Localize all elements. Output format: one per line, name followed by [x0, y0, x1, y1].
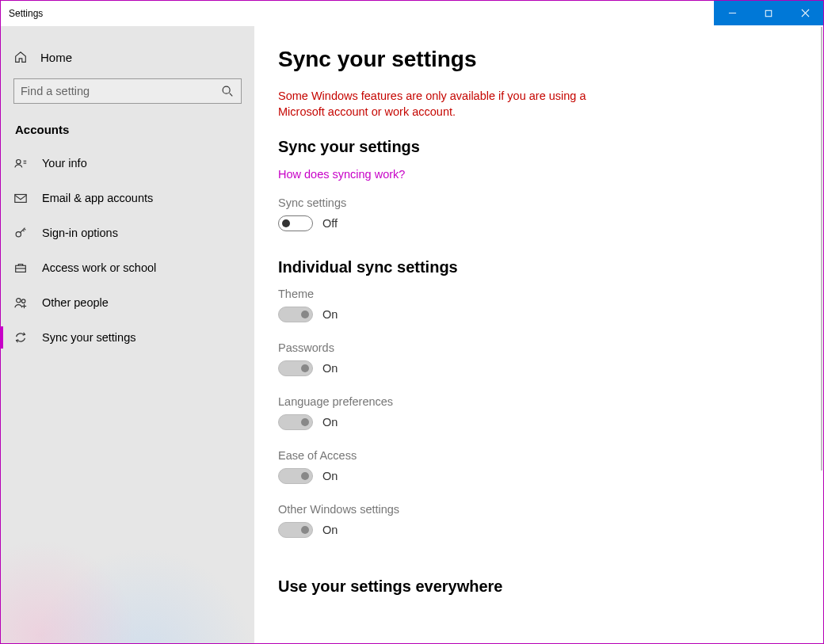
language-state: On — [322, 416, 338, 429]
sidebar-item-label: Your info — [42, 157, 87, 170]
person-card-icon — [13, 156, 28, 170]
search-icon — [220, 84, 235, 98]
sidebar-item-label: Sign-in options — [42, 227, 118, 239]
sync-icon — [13, 330, 28, 345]
sidebar-item-label: Other people — [42, 296, 109, 309]
language-toggle-row: On — [278, 414, 799, 430]
passwords-toggle[interactable] — [278, 360, 313, 376]
svg-point-10 — [16, 232, 21, 237]
home-icon — [13, 50, 28, 64]
other-windows-toggle[interactable] — [278, 522, 313, 538]
settings-window: Settings Home — [0, 0, 824, 644]
sidebar-item-signin[interactable]: Sign-in options — [1, 215, 254, 250]
language-label: Language preferences — [278, 395, 799, 408]
svg-rect-1 — [765, 10, 772, 17]
window-body: Home Accounts Your info Email & app — [1, 26, 823, 643]
theme-toggle[interactable] — [278, 307, 313, 322]
svg-point-14 — [21, 299, 25, 303]
page-title: Sync your settings — [278, 47, 799, 72]
maximize-button[interactable] — [750, 1, 787, 25]
briefcase-icon — [13, 261, 28, 275]
theme-label: Theme — [278, 288, 799, 300]
sidebar-item-email[interactable]: Email & app accounts — [1, 181, 254, 215]
help-link-syncing[interactable]: How does syncing work? — [278, 168, 405, 181]
theme-toggle-row: On — [278, 307, 799, 322]
passwords-state: On — [322, 362, 338, 375]
window-title: Settings — [9, 8, 43, 19]
ease-label: Ease of Access — [278, 449, 799, 462]
other-label: Other Windows settings — [278, 503, 799, 516]
passwords-label: Passwords — [278, 341, 799, 354]
home-nav-item[interactable]: Home — [1, 42, 254, 72]
sidebar-item-access-work[interactable]: Access work or school — [1, 250, 254, 285]
sync-settings-label: Sync settings — [278, 196, 799, 209]
account-warning-text: Some Windows features are only available… — [278, 88, 619, 120]
svg-rect-9 — [15, 195, 26, 203]
other-state: On — [322, 524, 338, 536]
search-box[interactable] — [13, 78, 242, 104]
sync-settings-state: Off — [322, 217, 338, 230]
sidebar-item-label: Access work or school — [42, 261, 156, 274]
sidebar: Home Accounts Your info Email & app — [1, 26, 254, 643]
mail-icon — [13, 191, 28, 205]
ease-toggle-row: On — [278, 468, 799, 484]
people-icon — [13, 295, 28, 310]
sidebar-section-label: Accounts — [1, 118, 254, 146]
section-heading-everywhere: Use your settings everywhere — [278, 577, 799, 596]
sidebar-item-label: Sync your settings — [42, 331, 135, 344]
sync-settings-toggle-row: Off — [278, 215, 799, 231]
home-label: Home — [40, 51, 72, 64]
search-input[interactable] — [21, 85, 220, 97]
language-toggle[interactable] — [278, 414, 313, 430]
section-heading-sync: Sync your settings — [278, 138, 799, 156]
svg-point-6 — [17, 160, 21, 164]
titlebar: Settings — [1, 1, 823, 26]
section-heading-individual: Individual sync settings — [278, 258, 799, 276]
scrollbar[interactable] — [821, 27, 822, 471]
passwords-toggle-row: On — [278, 360, 799, 376]
other-toggle-row: On — [278, 522, 799, 538]
ease-of-access-toggle[interactable] — [278, 468, 313, 484]
theme-state: On — [322, 308, 338, 321]
sidebar-item-other-people[interactable]: Other people — [1, 285, 254, 320]
sidebar-item-label: Email & app accounts — [42, 192, 153, 204]
sidebar-item-sync[interactable]: Sync your settings — [1, 320, 254, 355]
sidebar-item-your-info[interactable]: Your info — [1, 146, 254, 181]
svg-point-4 — [223, 86, 230, 93]
svg-point-13 — [17, 299, 21, 303]
svg-line-5 — [230, 93, 233, 97]
sidebar-background-art — [1, 532, 254, 643]
window-caption-buttons — [714, 1, 823, 26]
minimize-button[interactable] — [714, 1, 750, 25]
key-icon — [13, 226, 28, 240]
main-content: Sync your settings Some Windows features… — [254, 26, 823, 643]
ease-state: On — [322, 470, 338, 482]
sync-settings-toggle[interactable] — [278, 215, 313, 231]
close-button[interactable] — [787, 1, 823, 25]
